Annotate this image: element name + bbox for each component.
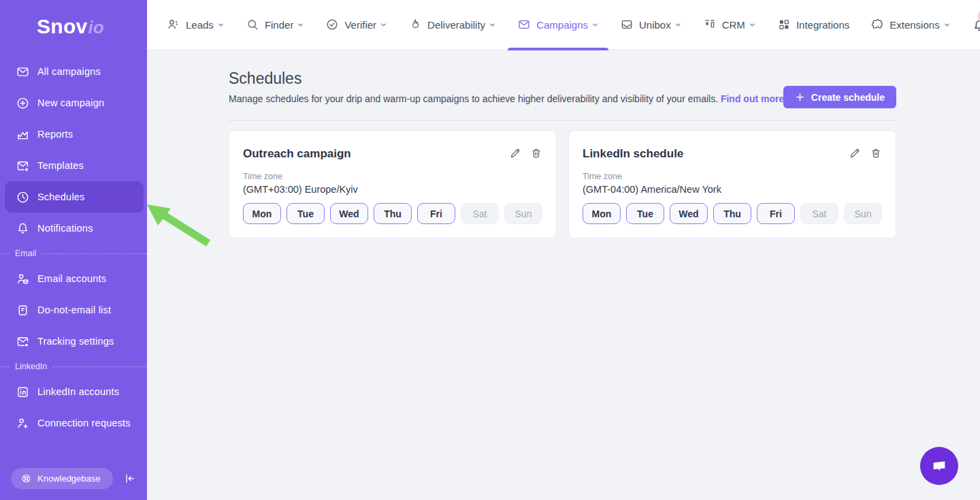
day-buttons: MonTueWedThuFriSatSun <box>243 203 542 224</box>
sidebar-item-linkedin-accounts[interactable]: LinkedIn accounts <box>5 376 144 407</box>
section-divider <box>229 120 896 121</box>
trash-icon <box>870 147 882 159</box>
topnav-label: Finder <box>265 19 294 31</box>
day-button-sat[interactable]: Sat <box>800 203 838 224</box>
collapse-sidebar-button[interactable] <box>121 471 137 487</box>
sidebar-item-label: Connection requests <box>37 418 131 428</box>
sidebar-bottom: Knowledgebase <box>0 468 147 489</box>
sidebar-item-notifications[interactable]: Notifications <box>5 213 144 244</box>
day-button-tue[interactable]: Tue <box>626 203 664 224</box>
pencil-icon <box>849 147 861 159</box>
topbar-right: 5 TM <box>972 11 980 38</box>
day-button-sun[interactable]: Sun <box>844 203 882 224</box>
sidebar-item-label: Schedules <box>37 191 85 202</box>
sidebar-item-do-not-email-list[interactable]: Do-not-email list <box>5 294 144 326</box>
edit-schedule-button[interactable] <box>849 147 861 159</box>
snov-logo[interactable]: Snov io <box>0 0 147 50</box>
linkedin-accounts-icon <box>16 385 30 399</box>
sidebar-item-new-campaign[interactable]: New campaign <box>5 87 144 119</box>
card-actions <box>509 147 542 159</box>
edit-schedule-button[interactable] <box>509 147 521 159</box>
day-button-mon[interactable]: Mon <box>583 203 621 224</box>
day-button-wed[interactable]: Wed <box>670 203 708 224</box>
topnav-label: Campaigns <box>536 19 588 31</box>
collapse-icon <box>123 472 136 485</box>
topnav-label: Unibox <box>639 19 671 31</box>
pencil-icon <box>509 147 521 159</box>
sidebar-section-email: Email <box>0 244 147 263</box>
sidebar-item-label: All campaigns <box>37 66 101 77</box>
schedule-card-linkedin-schedule: LinkedIn scheduleTime zone(GMT-04:00) Am… <box>568 130 896 238</box>
trash-icon <box>530 147 542 159</box>
knowledgebase-button[interactable]: Knowledgebase <box>11 468 113 489</box>
sidebar-item-label: Templates <box>37 160 84 171</box>
day-button-fri[interactable]: Fri <box>757 203 795 224</box>
timezone-label: Time zone <box>583 172 882 181</box>
topnav-label: CRM <box>722 19 745 31</box>
topnav-item-verifier[interactable]: Verifier <box>325 0 387 50</box>
create-schedule-button[interactable]: Create schedule <box>783 86 896 108</box>
page-title: Schedules <box>229 69 896 88</box>
day-button-fri[interactable]: Fri <box>417 203 455 224</box>
sidebar-item-tracking-settings[interactable]: Tracking settings <box>5 326 144 357</box>
card-header: Outreach campaign <box>243 147 542 161</box>
brand-suffix: io <box>88 17 104 38</box>
topnav-item-leads[interactable]: Leads <box>167 0 225 50</box>
page-description-text: Manage schedules for your drip and warm-… <box>229 93 718 104</box>
topnav-items: LeadsFinderVerifierDeliverabilityCampaig… <box>167 0 972 50</box>
sidebar-item-templates[interactable]: Templates <box>5 150 144 181</box>
topnav-label: Leads <box>186 19 214 31</box>
chat-widget-button[interactable] <box>920 447 958 485</box>
sidebar-item-label: Notifications <box>37 223 93 234</box>
sidebar-section-label: Email <box>15 249 36 258</box>
day-button-thu[interactable]: Thu <box>713 203 751 224</box>
topnav-item-extensions[interactable]: Extensions <box>870 0 950 50</box>
day-button-sun[interactable]: Sun <box>504 203 542 224</box>
sidebar-item-connection-requests[interactable]: Connection requests <box>5 407 144 439</box>
topbar: LeadsFinderVerifierDeliverabilityCampaig… <box>147 0 980 50</box>
sidebar-item-schedules[interactable]: Schedules <box>5 181 144 213</box>
topnav-item-unibox[interactable]: Unibox <box>620 0 682 50</box>
schedules-page: Schedules Manage schedules for your drip… <box>147 50 980 238</box>
card-header: LinkedIn schedule <box>583 147 882 161</box>
extensions-icon <box>870 18 884 31</box>
topnav-label: Deliverability <box>427 19 485 31</box>
topnav-item-integrations[interactable]: Integrations <box>777 0 849 50</box>
day-button-sat[interactable]: Sat <box>461 203 499 224</box>
integrations-icon <box>777 18 791 31</box>
day-button-thu[interactable]: Thu <box>374 203 412 224</box>
schedules-icon <box>16 190 30 204</box>
reports-icon <box>16 127 30 142</box>
sidebar-item-label: Reports <box>37 129 73 140</box>
sidebar-item-email-accounts[interactable]: Email accounts <box>5 263 144 294</box>
find-out-more-link[interactable]: Find out more <box>721 93 784 104</box>
day-button-wed[interactable]: Wed <box>330 203 368 224</box>
delete-schedule-button[interactable] <box>870 147 882 159</box>
day-button-mon[interactable]: Mon <box>243 203 281 224</box>
sidebar-nav: All campaignsNew campaignReportsTemplate… <box>0 56 147 439</box>
sidebar-item-label: Tracking settings <box>37 336 114 347</box>
day-button-tue[interactable]: Tue <box>287 203 325 224</box>
brand-name: Snov <box>37 15 88 38</box>
sidebar-item-all-campaigns[interactable]: All campaigns <box>5 56 144 87</box>
topnav-item-crm[interactable]: CRM <box>703 0 756 50</box>
topnav-item-campaigns[interactable]: Campaigns <box>517 0 599 50</box>
sidebar-item-label: Email accounts <box>37 273 106 284</box>
delete-schedule-button[interactable] <box>530 147 542 159</box>
chevron-down-icon <box>943 21 951 29</box>
sidebar-section-linkedin: LinkedIn <box>0 357 147 376</box>
chat-bubble-icon <box>929 456 949 476</box>
topnav-item-deliverability[interactable]: Deliverability <box>408 0 496 50</box>
chevron-down-icon <box>489 21 496 29</box>
notifications-bell-button[interactable]: 5 <box>972 16 980 33</box>
sidebar-item-reports[interactable]: Reports <box>5 119 144 150</box>
unibox-icon <box>620 18 634 31</box>
do-not-email-icon <box>16 303 30 317</box>
sidebar-item-label: LinkedIn accounts <box>37 386 119 397</box>
templates-icon <box>16 159 30 173</box>
topnav-label: Extensions <box>889 19 939 31</box>
crm-icon <box>703 18 717 31</box>
topnav-item-finder[interactable]: Finder <box>246 0 305 50</box>
timezone-value: (GMT-04:00) America/New York <box>583 184 882 195</box>
schedule-name: Outreach campaign <box>243 147 351 161</box>
